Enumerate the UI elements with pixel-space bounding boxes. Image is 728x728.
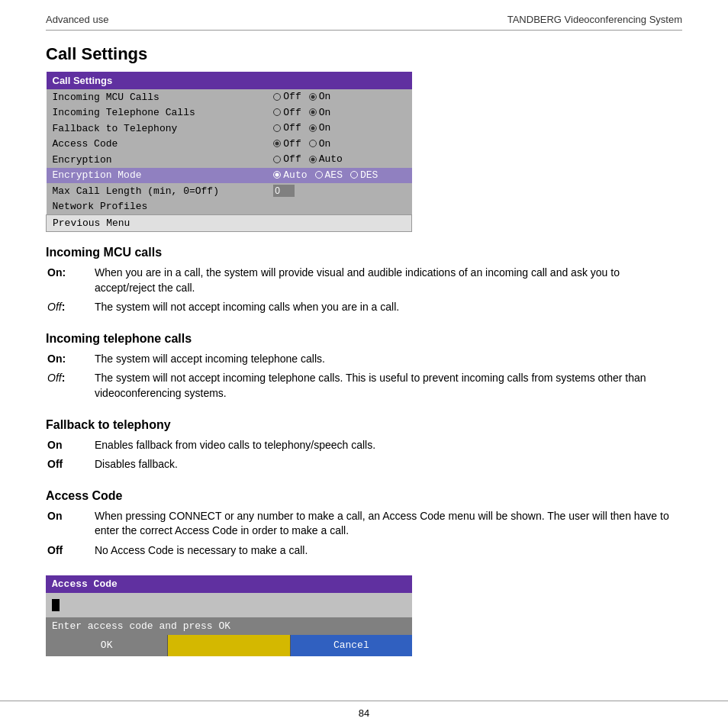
- radio-on[interactable]: On: [309, 91, 331, 102]
- radio-label-off: Off: [283, 138, 301, 150]
- section-title: Incoming telephone calls: [46, 332, 682, 346]
- prev-menu-label[interactable]: Previous Menu: [47, 215, 412, 232]
- def-description: Enables fallback from video calls to tel…: [95, 438, 681, 456]
- table-header-cell: Call Settings: [47, 72, 412, 89]
- radio-circle-aes: [315, 171, 323, 179]
- table-header-row: Call Settings: [47, 72, 412, 89]
- radio-label-on: On: [319, 107, 331, 118]
- radio-des[interactable]: DES: [350, 169, 378, 181]
- radio-label-on: On: [319, 122, 331, 134]
- table-row[interactable]: Encryption Off Auto: [47, 152, 412, 168]
- def-term: Off: [47, 543, 93, 562]
- access-code-dialog: Access Code Enter access code and press …: [46, 575, 412, 656]
- network-profiles-label: Network Profiles: [47, 198, 412, 215]
- footer-bar: 84: [0, 701, 728, 719]
- access-code-buttons: OK Cancel: [46, 635, 412, 656]
- def-row: Off No Access Code is necessary to make …: [47, 543, 681, 562]
- def-row: On: The system will accept incoming tele…: [47, 352, 681, 370]
- row-options[interactable]: Auto AES DES: [267, 168, 411, 184]
- radio-label-off: Off: [283, 107, 301, 118]
- def-description: When you are in a call, the system will …: [95, 266, 681, 298]
- max-call-length-label: Max Call Length (min, 0=Off): [47, 183, 268, 198]
- row-label: Encryption Mode: [47, 168, 268, 184]
- section-incoming-telephone-calls: Incoming telephone calls On: The system …: [46, 332, 682, 406]
- def-description: Disables fallback.: [95, 457, 681, 475]
- radio-label-off: Off: [283, 153, 301, 165]
- page-number: 84: [359, 707, 369, 719]
- def-term: Off:: [47, 371, 93, 404]
- def-row: Off: The system will not accept incoming…: [47, 371, 681, 404]
- radio-off[interactable]: Off: [273, 107, 301, 118]
- radio-circle-on: [309, 140, 317, 147]
- header-left: Advanced use: [46, 14, 108, 25]
- access-code-prompt: Enter access code and press OK: [46, 617, 412, 635]
- row-options[interactable]: Off On: [267, 121, 411, 137]
- radio-circle-auto: [309, 156, 317, 163]
- header-right: TANDBERG Videoconferencing System: [507, 14, 682, 25]
- access-code-input-row[interactable]: [46, 593, 412, 617]
- radio-circle-off: [273, 108, 281, 116]
- table-row-selected[interactable]: Encryption Mode Auto AES DES: [47, 168, 412, 184]
- radio-circle-auto: [273, 171, 281, 179]
- radio-group: Off On: [273, 138, 330, 150]
- radio-off[interactable]: Off: [273, 153, 301, 165]
- radio-label-auto: Auto: [319, 153, 343, 165]
- section-title: Fallback to telephony: [46, 418, 682, 432]
- definition-table: On: The system will accept incoming tele…: [46, 350, 682, 406]
- section-title: Incoming MCU calls: [46, 246, 682, 259]
- def-row: On When pressing CONNECT or any number t…: [47, 509, 681, 542]
- max-call-length-input[interactable]: [273, 185, 295, 197]
- def-description: The system will not accept incoming tele…: [95, 371, 681, 404]
- section-access-code: Access Code On When pressing CONNECT or …: [46, 489, 682, 563]
- radio-on[interactable]: On: [309, 138, 331, 150]
- row-options[interactable]: Off On: [267, 105, 411, 121]
- radio-off[interactable]: Off: [273, 122, 301, 134]
- radio-auto[interactable]: Auto: [309, 153, 343, 165]
- cancel-button[interactable]: Cancel: [291, 635, 412, 656]
- table-row[interactable]: Fallback to Telephony Off On: [47, 121, 412, 137]
- def-row: On: When you are in a call, the system w…: [47, 266, 681, 298]
- middle-button[interactable]: [168, 635, 290, 656]
- ok-button[interactable]: OK: [46, 635, 168, 656]
- access-code-text-input[interactable]: [60, 599, 406, 610]
- table-row-network-profiles[interactable]: Network Profiles: [47, 198, 412, 215]
- row-options[interactable]: Off Auto: [267, 152, 411, 168]
- radio-off[interactable]: Off: [273, 91, 301, 102]
- table-row[interactable]: Access Code Off On: [47, 137, 412, 153]
- text-cursor: [52, 599, 60, 611]
- radio-circle-off: [273, 93, 281, 101]
- radio-group: Auto AES DES: [273, 169, 378, 181]
- def-term: On:: [47, 352, 93, 370]
- radio-group: Off On: [273, 107, 330, 118]
- row-label: Incoming MCU Calls: [47, 89, 268, 105]
- radio-circle-off: [273, 140, 281, 147]
- radio-label-auto: Auto: [283, 169, 307, 181]
- row-options[interactable]: Off On: [267, 137, 411, 153]
- row-label: Incoming Telephone Calls: [47, 105, 268, 121]
- def-term: Off: [47, 457, 93, 475]
- table-row[interactable]: Incoming MCU Calls Off On: [47, 89, 412, 105]
- definition-table: On: When you are in a call, the system w…: [46, 264, 682, 320]
- section-title: Access Code: [46, 489, 682, 503]
- def-row: Off Disables fallback.: [47, 457, 681, 475]
- page-container: Advanced use TANDBERG Videoconferencing …: [0, 0, 728, 728]
- table-row[interactable]: Incoming Telephone Calls Off On: [47, 105, 412, 121]
- radio-label-des: DES: [360, 169, 378, 181]
- row-label: Encryption: [47, 152, 268, 168]
- max-call-length-input-cell[interactable]: [267, 183, 411, 198]
- radio-on[interactable]: On: [309, 122, 331, 134]
- header-bar: Advanced use TANDBERG Videoconferencing …: [46, 14, 682, 31]
- table-row-max-call-length[interactable]: Max Call Length (min, 0=Off): [47, 183, 412, 198]
- row-options[interactable]: Off On: [267, 89, 411, 105]
- radio-group: Off Auto: [273, 153, 343, 165]
- radio-circle-on: [309, 93, 317, 101]
- radio-circle-off: [273, 124, 281, 132]
- radio-on[interactable]: On: [309, 107, 331, 118]
- radio-aes[interactable]: AES: [315, 169, 343, 181]
- def-term: On: [47, 509, 93, 542]
- radio-off[interactable]: Off: [273, 138, 301, 150]
- def-description: The system will not accept incoming call…: [95, 300, 681, 318]
- table-row-prev-menu[interactable]: Previous Menu: [47, 215, 412, 232]
- def-row: Off: The system will not accept incoming…: [47, 300, 681, 318]
- radio-auto[interactable]: Auto: [273, 169, 307, 181]
